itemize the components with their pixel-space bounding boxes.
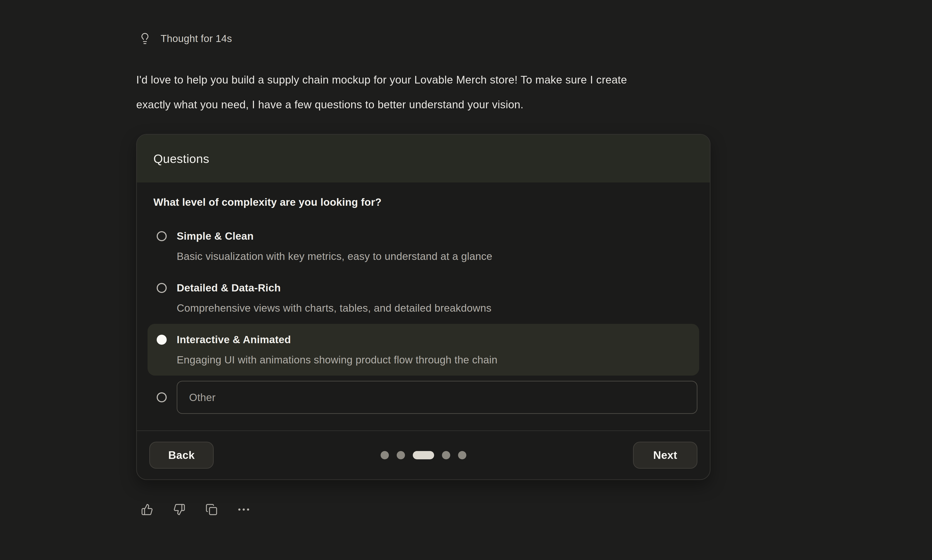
option-other[interactable] [148,375,699,419]
questions-card: Questions What level of complexity are y… [136,134,710,480]
step-dot-1 [381,451,389,459]
thumbs-down-button[interactable] [173,503,186,516]
message-line-1: I'd love to help you build a supply chai… [136,74,627,86]
thumbs-down-icon [173,503,185,515]
copy-button[interactable] [205,503,218,516]
radio-unselected-icon[interactable] [157,392,167,402]
questions-card-header: Questions [137,135,710,183]
thought-label: Thought for 14s [160,32,232,45]
option-text: Detailed & Data-Rich Comprehensive views… [177,278,491,318]
radio-unselected-icon[interactable] [157,283,167,293]
option-label: Interactive & Animated [177,329,498,350]
card-footer: Back Next [137,431,710,479]
step-dot-4 [442,451,450,459]
ellipsis-icon [238,508,249,511]
questions-card-body: What level of complexity are you looking… [137,183,710,479]
assistant-message: I'd love to help you build a supply chai… [136,68,846,117]
more-options-button[interactable] [237,503,250,516]
back-button[interactable]: Back [149,442,214,469]
lightbulb-icon [139,32,151,45]
option-description: Basic visualization with key metrics, ea… [177,246,492,266]
step-indicator [381,451,466,459]
step-dot-2 [397,451,405,459]
message-line-2: exactly what you need, I have a few ques… [136,98,524,111]
option-text: Simple & Clean Basic visualization with … [177,226,492,266]
option-label: Detailed & Data-Rich [177,278,491,298]
card-title: Questions [153,152,210,166]
option-text: Interactive & Animated Engaging UI with … [177,329,498,370]
thumbs-up-icon [141,503,153,515]
option-detailed-data-rich[interactable]: Detailed & Data-Rich Comprehensive views… [148,272,699,324]
thought-toggle[interactable]: Thought for 14s [139,32,232,45]
option-label: Simple & Clean [177,226,492,246]
next-button[interactable]: Next [633,442,698,469]
chat-message-area: Thought for 14s I'd love to help you bui… [136,0,846,516]
thumbs-up-button[interactable] [140,503,154,516]
question-heading: What level of complexity are you looking… [153,196,693,209]
options-list: Simple & Clean Basic visualization with … [148,220,699,419]
option-interactive-animated[interactable]: Interactive & Animated Engaging UI with … [148,324,699,375]
option-description: Comprehensive views with charts, tables,… [177,298,491,318]
step-dot-5 [458,451,466,459]
option-simple-clean[interactable]: Simple & Clean Basic visualization with … [148,220,699,272]
radio-unselected-icon[interactable] [157,231,167,241]
option-description: Engaging UI with animations showing prod… [177,350,498,370]
radio-selected-icon[interactable] [157,335,167,345]
message-actions [140,503,846,516]
copy-icon [205,503,217,515]
step-dot-3-active [413,451,434,459]
other-option-input[interactable] [177,381,698,414]
